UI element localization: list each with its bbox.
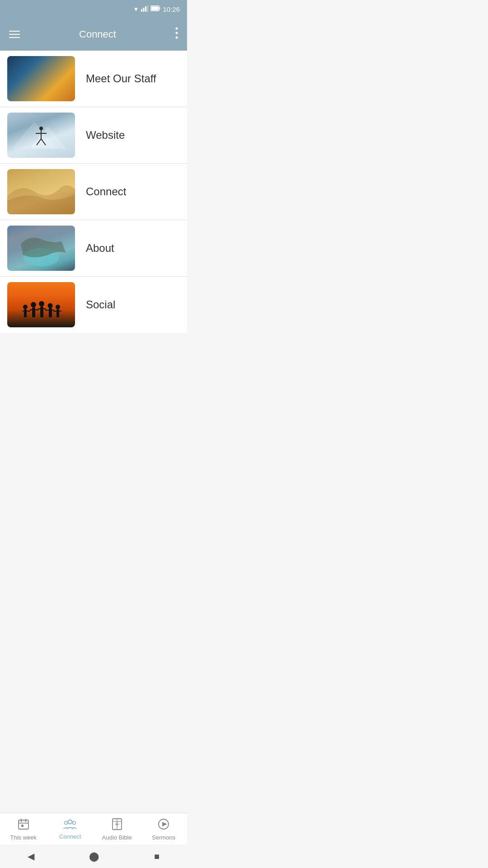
list-item-image-meet-staff <box>7 56 75 101</box>
more-options-icon[interactable] <box>175 27 178 42</box>
list-item-about[interactable]: About <box>0 220 187 277</box>
desert-image <box>7 169 75 214</box>
list-item-label-connect: Connect <box>86 185 126 198</box>
svg-rect-31 <box>56 309 59 317</box>
svg-rect-0 <box>141 9 142 12</box>
app-bar-title: Connect <box>20 28 175 40</box>
list-item-image-about <box>7 226 75 271</box>
svg-line-35 <box>45 310 47 311</box>
signal-icon <box>141 5 148 13</box>
status-icons: ▼ 10:26 <box>133 5 180 13</box>
svg-point-27 <box>48 303 53 308</box>
list-item-website[interactable]: Website <box>0 107 187 164</box>
list-item-label-website: Website <box>86 129 125 142</box>
crater-image <box>7 226 75 271</box>
content-area: Meet Our Staff Website <box>0 51 187 392</box>
svg-rect-2 <box>145 6 146 12</box>
sunset-image <box>7 282 75 327</box>
svg-point-7 <box>176 28 178 30</box>
list-item-label-meet-staff: Meet Our Staff <box>86 72 156 85</box>
svg-line-36 <box>53 311 56 311</box>
battery-icon <box>150 5 160 13</box>
list-item-label-about: About <box>86 242 114 255</box>
list-item-image-social <box>7 282 75 327</box>
list-item-image-website <box>7 113 75 158</box>
list-item-image-connect <box>7 169 75 214</box>
svg-line-34 <box>37 310 39 310</box>
svg-rect-29 <box>47 310 54 311</box>
svg-rect-25 <box>40 307 43 317</box>
wifi-icon: ▼ <box>133 6 139 13</box>
svg-rect-1 <box>143 8 145 12</box>
status-time: 10:26 <box>163 5 180 13</box>
svg-rect-28 <box>49 308 52 317</box>
list-item-label-social: Social <box>86 298 115 311</box>
connect-list: Meet Our Staff Website <box>0 51 187 333</box>
list-item-meet-staff[interactable]: Meet Our Staff <box>0 51 187 107</box>
svg-rect-6 <box>160 7 160 9</box>
hamburger-menu-icon[interactable] <box>9 31 20 38</box>
svg-rect-26 <box>38 308 46 309</box>
svg-rect-5 <box>151 7 159 10</box>
mountain-image <box>7 113 75 158</box>
app-bar: Connect <box>0 18 187 51</box>
svg-point-30 <box>56 305 60 309</box>
kayak-image <box>7 56 75 101</box>
svg-rect-20 <box>22 311 29 311</box>
svg-point-9 <box>176 37 178 39</box>
svg-rect-32 <box>55 311 61 311</box>
status-bar: ▼ 10:26 <box>0 0 187 18</box>
list-item-social[interactable]: Social <box>0 277 187 333</box>
svg-rect-19 <box>24 309 27 317</box>
svg-point-24 <box>39 301 44 307</box>
svg-point-18 <box>23 305 28 309</box>
list-item-connect[interactable]: Connect <box>0 164 187 220</box>
svg-point-8 <box>176 32 178 34</box>
svg-rect-22 <box>32 307 35 317</box>
svg-rect-3 <box>147 5 149 12</box>
svg-point-21 <box>31 302 36 307</box>
svg-point-12 <box>39 127 43 130</box>
